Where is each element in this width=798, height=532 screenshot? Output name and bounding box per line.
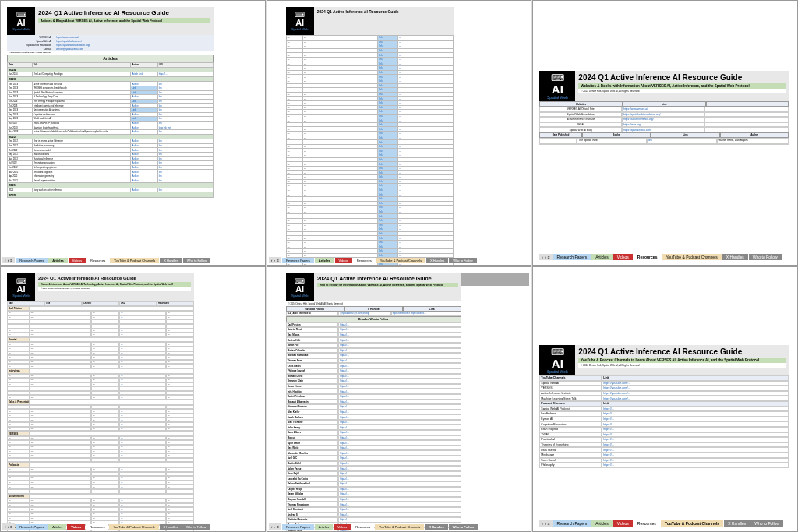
person-link[interactable]: https://... xyxy=(338,487,461,492)
tab-youtube[interactable]: YouTube & Podcast Channels xyxy=(661,520,723,527)
podcast-link[interactable]: https://... xyxy=(602,442,789,448)
tab-resources[interactable]: Resources xyxy=(351,524,374,530)
person-link[interactable]: https://... xyxy=(338,466,461,471)
person-link[interactable]: https://... xyxy=(338,368,461,374)
chevron-left-icon[interactable]: ‹ xyxy=(542,255,543,259)
person-link[interactable]: https://... xyxy=(338,471,461,477)
person-link[interactable]: https://... xyxy=(338,476,461,481)
link[interactable]: https://twitter.com/X https://linkedin/.… xyxy=(391,312,461,316)
chevron-right-icon[interactable]: › xyxy=(8,258,9,262)
person-link[interactable]: https://... xyxy=(338,461,461,467)
tab-videos[interactable]: Videos xyxy=(613,254,633,260)
site-link[interactable]: https://activeinference.org/ xyxy=(622,117,704,122)
tab-articles[interactable]: Articles xyxy=(591,254,612,260)
tab-xhandles[interactable]: X Handles xyxy=(426,258,448,263)
person-link[interactable]: https://... xyxy=(338,481,461,487)
tab-videos[interactable]: Videos xyxy=(613,520,633,527)
menu-icon[interactable]: ≡ xyxy=(10,258,12,262)
person-link[interactable]: https://... xyxy=(338,327,461,333)
tab-articles[interactable]: Articles xyxy=(48,524,66,530)
person-link[interactable]: https://... xyxy=(338,502,461,507)
tab-research-papers[interactable]: Research Papers xyxy=(282,524,314,530)
chevron-right-icon[interactable]: › xyxy=(8,524,9,529)
tab-youtube[interactable]: YouTube & Podcast Channels xyxy=(662,254,721,260)
person-link[interactable]: https://... xyxy=(338,446,461,451)
tab-resources[interactable]: Resources xyxy=(634,254,662,260)
tab-who-to-follow[interactable]: Who to Follow xyxy=(449,524,478,530)
chevron-right-icon[interactable]: › xyxy=(274,258,275,262)
person-link[interactable]: https://... xyxy=(338,384,461,389)
person-link[interactable]: https://... xyxy=(338,410,461,415)
chevron-left-icon[interactable]: ‹ xyxy=(271,524,273,529)
channel-link[interactable]: https://youtube.com/... xyxy=(602,396,789,401)
person-link[interactable]: https://... xyxy=(338,497,461,502)
tab-resources[interactable]: Resources xyxy=(634,520,660,527)
podcast-link[interactable]: https://... xyxy=(602,453,789,458)
tab-xhandles[interactable]: X Handles xyxy=(160,524,182,530)
person-link[interactable]: https://... xyxy=(338,333,461,338)
person-link[interactable]: https://... xyxy=(338,440,461,446)
person-link[interactable]: https://... xyxy=(338,394,461,400)
tab-xhandles[interactable]: X Handles xyxy=(425,524,447,530)
person-link[interactable]: https://... xyxy=(338,343,461,348)
tab-nav[interactable]: ‹›≡ xyxy=(269,523,281,530)
menu-icon[interactable]: ≡ xyxy=(277,258,279,262)
tab-who-to-follow[interactable]: Who to Follow xyxy=(749,254,782,260)
tab-resources[interactable]: Resources xyxy=(86,524,108,530)
tab-nav[interactable]: ‹›≡ xyxy=(539,520,552,527)
person-link[interactable]: https://... xyxy=(338,400,461,405)
person-link[interactable]: https://... xyxy=(338,363,461,368)
channel-link[interactable]: https://youtube.com/... xyxy=(602,386,789,391)
person-link[interactable]: https://... xyxy=(338,337,461,343)
menu-icon[interactable]: ≡ xyxy=(548,521,550,526)
tab-articles[interactable]: Articles xyxy=(315,524,333,530)
person-link[interactable]: https://... xyxy=(338,374,461,379)
tab-who-to-follow[interactable]: Who to Follow xyxy=(183,258,210,263)
tab-articles[interactable]: Articles xyxy=(48,258,68,263)
tab-who-to-follow[interactable]: Who to Follow xyxy=(750,520,783,527)
person-link[interactable]: https://... xyxy=(338,389,461,394)
tab-nav[interactable]: ‹›≡ xyxy=(269,257,281,263)
chevron-left-icon[interactable]: ‹ xyxy=(5,524,6,529)
tab-videos[interactable]: Videos xyxy=(67,524,85,530)
podcast-link[interactable]: https://... xyxy=(602,458,789,463)
person-link[interactable]: https://... xyxy=(338,322,461,328)
site-link[interactable]: https://spatialwebfoundation.org/ xyxy=(622,112,704,118)
person-link[interactable]: https://... xyxy=(338,491,461,497)
chevron-left-icon[interactable]: ‹ xyxy=(5,258,6,262)
info-link[interactable]: denise@spatialwebai.com xyxy=(54,47,214,51)
tab-research-papers[interactable]: Research Papers xyxy=(553,254,591,260)
menu-icon[interactable]: ≡ xyxy=(277,524,279,529)
person-link[interactable]: https://... xyxy=(338,425,461,430)
person-link[interactable]: https://... xyxy=(338,404,461,410)
chevron-left-icon[interactable]: ‹ xyxy=(271,258,273,262)
tab-youtube[interactable]: YouTube & Podcast Channels xyxy=(110,258,159,263)
person-link[interactable]: https://... xyxy=(338,513,461,518)
podcast-link[interactable]: https://... xyxy=(602,407,789,412)
tab-who-to-follow[interactable]: Who to Follow xyxy=(182,524,210,530)
tab-xhandles[interactable]: X Handles xyxy=(724,520,750,527)
menu-icon[interactable]: ≡ xyxy=(10,524,12,529)
chevron-right-icon[interactable]: › xyxy=(545,521,546,526)
tab-nav[interactable]: ‹›≡ xyxy=(539,254,552,260)
person-link[interactable]: https://... xyxy=(338,414,461,420)
tab-youtube[interactable]: YouTube & Podcast Channels xyxy=(109,524,158,530)
tab-articles[interactable]: Articles xyxy=(315,258,334,263)
channel-link[interactable]: https://youtube.com/... xyxy=(602,391,789,396)
site-link[interactable]: https://ieee.org/ xyxy=(622,122,704,128)
chevron-right-icon[interactable]: › xyxy=(274,524,275,529)
person-link[interactable]: https://... xyxy=(338,507,461,513)
person-link[interactable]: https://... xyxy=(338,430,461,435)
podcast-link[interactable]: https://... xyxy=(602,411,789,417)
person-link[interactable]: https://... xyxy=(338,456,461,461)
tab-articles[interactable]: Articles xyxy=(591,520,612,527)
channel-link[interactable]: https://youtube.com/... xyxy=(602,381,789,386)
site-link[interactable]: https://spatialwebai.com/ xyxy=(622,127,704,132)
chevron-right-icon[interactable]: › xyxy=(545,255,546,259)
podcast-link[interactable]: https://... xyxy=(602,417,789,422)
tab-videos[interactable]: Videos xyxy=(335,258,352,263)
tab-videos[interactable]: Videos xyxy=(69,258,86,263)
person-link[interactable]: https://... xyxy=(338,420,461,425)
tab-youtube[interactable]: YouTube & Podcast Channels xyxy=(375,524,424,530)
person-link[interactable]: https://... xyxy=(338,435,461,441)
